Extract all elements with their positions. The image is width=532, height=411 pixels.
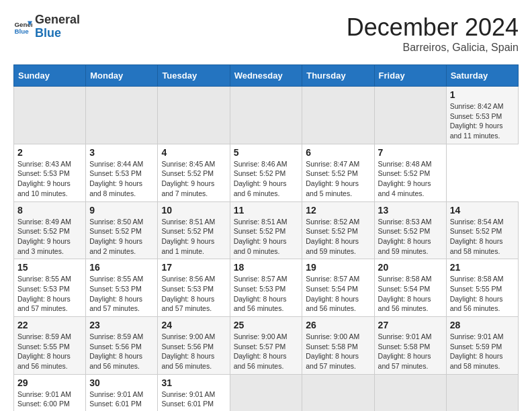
month-title: December 2024 <box>347 13 519 42</box>
day-number: 12 <box>306 205 370 216</box>
calendar-cell: 14Sunrise: 8:54 AMSunset: 5:52 PMDayligh… <box>446 201 518 259</box>
day-number: 22 <box>17 320 82 330</box>
week-row-1: 1Sunrise: 8:42 AMSunset: 5:53 PMDaylight… <box>14 87 519 144</box>
calendar-cell <box>302 87 374 144</box>
calendar-cell <box>14 87 86 144</box>
logo: General Blue General Blue <box>13 13 80 40</box>
day-info: Sunrise: 8:44 AMSunset: 5:53 PMDaylight:… <box>89 159 154 199</box>
calendar-cell: 9Sunrise: 8:50 AMSunset: 5:52 PMDaylight… <box>86 201 158 259</box>
day-header-friday: Friday <box>374 65 446 87</box>
header: General Blue General Blue December 2024 … <box>13 13 519 54</box>
calendar-cell: 27Sunrise: 9:01 AMSunset: 5:58 PMDayligh… <box>374 317 446 375</box>
logo-icon: General Blue <box>13 17 32 36</box>
week-row-3: 8Sunrise: 8:49 AMSunset: 5:52 PMDaylight… <box>14 201 519 259</box>
calendar-cell: 10Sunrise: 8:51 AMSunset: 5:52 PMDayligh… <box>158 201 230 259</box>
day-info: Sunrise: 8:47 AMSunset: 5:52 PMDaylight:… <box>306 159 370 199</box>
day-number: 4 <box>161 147 226 158</box>
day-info: Sunrise: 9:00 AMSunset: 5:57 PMDaylight:… <box>234 332 299 371</box>
week-row-6: 29Sunrise: 9:01 AMSunset: 6:00 PMDayligh… <box>14 374 519 411</box>
day-number: 15 <box>17 262 82 273</box>
day-number: 7 <box>378 147 443 158</box>
calendar-cell <box>86 87 158 144</box>
day-info: Sunrise: 8:59 AMSunset: 5:56 PMDaylight:… <box>89 332 154 371</box>
day-info: Sunrise: 8:53 AMSunset: 5:52 PMDaylight:… <box>378 217 443 257</box>
calendar-cell <box>374 374 446 411</box>
day-info: Sunrise: 8:50 AMSunset: 5:52 PMDaylight:… <box>89 217 154 257</box>
calendar-cell: 11Sunrise: 8:51 AMSunset: 5:52 PMDayligh… <box>230 201 302 259</box>
day-info: Sunrise: 9:01 AMSunset: 6:00 PMDaylight:… <box>17 390 82 411</box>
day-number: 11 <box>234 205 299 216</box>
calendar-cell: 20Sunrise: 8:58 AMSunset: 5:54 PMDayligh… <box>374 259 446 317</box>
calendar-cell: 17Sunrise: 8:56 AMSunset: 5:53 PMDayligh… <box>158 259 230 317</box>
day-info: Sunrise: 9:00 AMSunset: 5:58 PMDaylight:… <box>306 332 370 371</box>
calendar-cell <box>158 87 230 144</box>
day-info: Sunrise: 8:42 AMSunset: 5:53 PMDaylight:… <box>450 101 515 141</box>
day-info: Sunrise: 8:52 AMSunset: 5:52 PMDaylight:… <box>306 217 370 257</box>
day-number: 3 <box>89 147 154 158</box>
day-number: 25 <box>234 320 299 330</box>
day-header-tuesday: Tuesday <box>158 65 230 87</box>
day-info: Sunrise: 8:55 AMSunset: 5:53 PMDaylight:… <box>17 274 82 314</box>
calendar-cell: 18Sunrise: 8:57 AMSunset: 5:53 PMDayligh… <box>230 259 302 317</box>
week-row-2: 2Sunrise: 8:43 AMSunset: 5:53 PMDaylight… <box>14 144 519 201</box>
day-number: 9 <box>89 205 154 216</box>
day-info: Sunrise: 8:58 AMSunset: 5:54 PMDaylight:… <box>378 274 443 314</box>
day-info: Sunrise: 9:01 AMSunset: 5:58 PMDaylight:… <box>378 332 443 371</box>
day-number: 26 <box>306 320 370 330</box>
day-number: 31 <box>161 377 226 388</box>
day-info: Sunrise: 8:59 AMSunset: 5:55 PMDaylight:… <box>17 332 82 371</box>
day-number: 10 <box>161 205 226 216</box>
calendar-cell <box>446 374 518 411</box>
calendar-cell: 26Sunrise: 9:00 AMSunset: 5:58 PMDayligh… <box>302 317 374 375</box>
calendar-cell <box>230 87 302 144</box>
calendar-cell: 1Sunrise: 8:42 AMSunset: 5:53 PMDaylight… <box>446 87 518 144</box>
day-number: 2 <box>17 147 82 158</box>
day-info: Sunrise: 9:00 AMSunset: 5:56 PMDaylight:… <box>161 332 226 371</box>
calendar-cell: 8Sunrise: 8:49 AMSunset: 5:52 PMDaylight… <box>14 201 86 259</box>
day-header-monday: Monday <box>86 65 158 87</box>
logo-text: General Blue <box>35 13 80 40</box>
day-number: 27 <box>378 320 443 330</box>
calendar-cell: 6Sunrise: 8:47 AMSunset: 5:52 PMDaylight… <box>302 144 374 201</box>
day-number: 5 <box>234 147 299 158</box>
calendar-table: SundayMondayTuesdayWednesdayThursdayFrid… <box>13 64 519 411</box>
day-info: Sunrise: 8:48 AMSunset: 5:52 PMDaylight:… <box>378 159 443 199</box>
day-info: Sunrise: 8:43 AMSunset: 5:53 PMDaylight:… <box>17 159 82 199</box>
day-info: Sunrise: 8:57 AMSunset: 5:54 PMDaylight:… <box>306 274 370 314</box>
day-info: Sunrise: 8:56 AMSunset: 5:53 PMDaylight:… <box>161 274 226 314</box>
day-info: Sunrise: 8:46 AMSunset: 5:52 PMDaylight:… <box>234 159 299 199</box>
day-number: 8 <box>17 205 82 216</box>
day-info: Sunrise: 8:49 AMSunset: 5:52 PMDaylight:… <box>17 217 82 257</box>
calendar-cell: 22Sunrise: 8:59 AMSunset: 5:55 PMDayligh… <box>14 317 86 375</box>
day-info: Sunrise: 9:01 AMSunset: 5:59 PMDaylight:… <box>450 332 515 371</box>
calendar-cell <box>230 374 302 411</box>
day-info: Sunrise: 8:54 AMSunset: 5:52 PMDaylight:… <box>450 217 515 257</box>
day-header-wednesday: Wednesday <box>230 65 302 87</box>
day-info: Sunrise: 8:55 AMSunset: 5:53 PMDaylight:… <box>89 274 154 314</box>
day-number: 14 <box>450 205 515 216</box>
calendar-cell: 2Sunrise: 8:43 AMSunset: 5:53 PMDaylight… <box>14 144 86 201</box>
calendar-cell: 16Sunrise: 8:55 AMSunset: 5:53 PMDayligh… <box>86 259 158 317</box>
calendar-cell: 30Sunrise: 9:01 AMSunset: 6:01 PMDayligh… <box>86 374 158 411</box>
day-number: 17 <box>161 262 226 273</box>
day-number: 18 <box>234 262 299 273</box>
week-row-5: 22Sunrise: 8:59 AMSunset: 5:55 PMDayligh… <box>14 317 519 375</box>
calendar-cell: 31Sunrise: 9:01 AMSunset: 6:01 PMDayligh… <box>158 374 230 411</box>
calendar-cell: 13Sunrise: 8:53 AMSunset: 5:52 PMDayligh… <box>374 201 446 259</box>
calendar-cell <box>302 374 374 411</box>
day-info: Sunrise: 8:51 AMSunset: 5:52 PMDaylight:… <box>234 217 299 257</box>
day-info: Sunrise: 9:01 AMSunset: 6:01 PMDaylight:… <box>161 390 226 411</box>
calendar-cell: 28Sunrise: 9:01 AMSunset: 5:59 PMDayligh… <box>446 317 518 375</box>
calendar-cell: 5Sunrise: 8:46 AMSunset: 5:52 PMDaylight… <box>230 144 302 201</box>
calendar-cell: 19Sunrise: 8:57 AMSunset: 5:54 PMDayligh… <box>302 259 374 317</box>
calendar-cell <box>374 87 446 144</box>
calendar-cell: 21Sunrise: 8:58 AMSunset: 5:55 PMDayligh… <box>446 259 518 317</box>
day-number: 1 <box>450 89 515 100</box>
day-number: 29 <box>17 377 82 388</box>
day-header-sunday: Sunday <box>14 65 86 87</box>
day-header-thursday: Thursday <box>302 65 374 87</box>
day-info: Sunrise: 8:51 AMSunset: 5:52 PMDaylight:… <box>161 217 226 257</box>
calendar-cell: 24Sunrise: 9:00 AMSunset: 5:56 PMDayligh… <box>158 317 230 375</box>
day-number: 24 <box>161 320 226 330</box>
calendar-cell: 23Sunrise: 8:59 AMSunset: 5:56 PMDayligh… <box>86 317 158 375</box>
